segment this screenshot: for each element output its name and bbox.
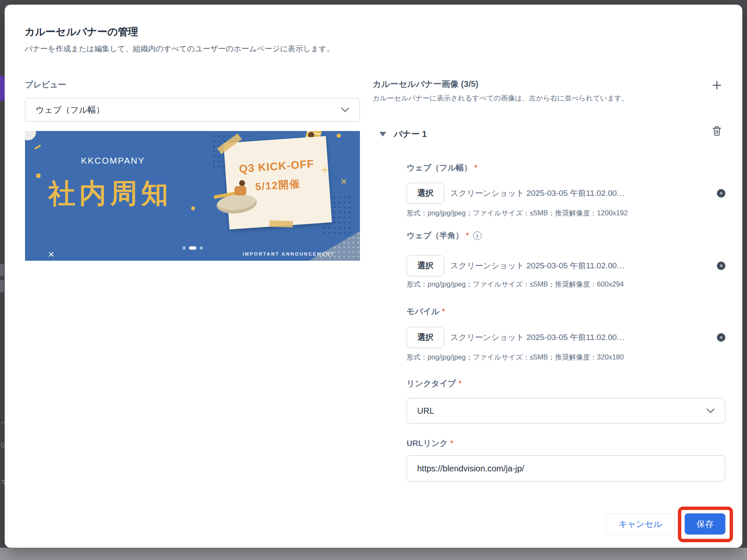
carousel-banner-modal: カルーセルバナーの管理 バナーを作成または編集して、組織内のすべてのユーザーのホ… xyxy=(5,5,742,548)
cancel-button[interactable]: キャンセル xyxy=(606,513,675,535)
carousel-dot[interactable] xyxy=(182,246,186,250)
sidebar-icon xyxy=(0,264,4,276)
field-label-web-half: ウェブ（半角） * xyxy=(407,230,482,241)
select-file-button[interactable]: 選択 xyxy=(407,327,444,348)
select-file-button[interactable]: 選択 xyxy=(407,183,444,204)
banner-group-label: バナー 1 xyxy=(394,128,427,140)
required-asterisk: * xyxy=(442,308,445,315)
sparkle-decoration xyxy=(322,167,328,173)
delete-banner-button[interactable] xyxy=(711,125,723,137)
link-type-select[interactable]: URL xyxy=(407,398,725,423)
banner-headline: 社内周知 xyxy=(48,175,172,212)
panel-title: カルーセルバナー画像 (3/5) xyxy=(373,78,479,90)
banner-caption: IMPORTANT ANNOUNCEMENT xyxy=(242,251,334,256)
chevron-down-icon xyxy=(706,408,715,413)
modal-subtitle: バナーを作成または編集して、組織内のすべてのユーザーのホームページに表示します。 xyxy=(25,44,334,54)
file-hint: 形式：png/jpg/jpeg；ファイルサイズ：≤5MB；推奨解像度：1200x… xyxy=(407,209,628,218)
carousel-dot-active[interactable] xyxy=(189,246,196,250)
file-name: スクリーンショット 2025-03-05 午前11.02.00… xyxy=(450,260,625,271)
link-type-value: URL xyxy=(417,406,434,416)
preview-label: プレビュー xyxy=(25,79,66,90)
file-hint: 形式：png/jpg/jpeg；ファイルサイズ：≤5MB；推奨解像度：320x1… xyxy=(407,353,624,362)
file-name: スクリーンショット 2025-03-05 午前11.02.00… xyxy=(450,188,625,199)
required-asterisk: * xyxy=(474,164,477,172)
sidebar-icon xyxy=(0,280,4,293)
file-row-web-full: 選択 スクリーンショット 2025-03-05 午前11.02.00… xyxy=(407,183,725,204)
field-label-url-link: URLリンク * xyxy=(407,438,453,449)
tape-decoration xyxy=(270,220,293,228)
decoration-dot xyxy=(337,134,341,138)
add-banner-button[interactable] xyxy=(711,79,723,91)
required-asterisk: * xyxy=(450,440,453,447)
collapse-triangle-icon[interactable] xyxy=(379,132,386,137)
chevron-down-icon xyxy=(341,107,349,112)
banner-group-header[interactable]: バナー 1 xyxy=(379,128,427,140)
select-file-button[interactable]: 選択 xyxy=(407,255,444,276)
info-icon[interactable] xyxy=(473,231,482,240)
logo-circle xyxy=(25,131,36,140)
collection-bottom-bar: コレクションが空です。追加 ore」でコンテンツを閲覧してください。 xyxy=(0,548,747,560)
preview-mode-value: ウェブ（フル幅） xyxy=(36,104,104,116)
required-asterisk: * xyxy=(466,232,468,240)
banner-brand-text: KKCOMPANY xyxy=(81,156,145,166)
file-row-web-half: 選択 スクリーンショット 2025-03-05 午前11.02.00… xyxy=(407,255,725,276)
sparkle-decoration xyxy=(47,250,56,259)
field-label-mobile: モバイル * xyxy=(407,306,445,317)
carousel-dots[interactable] xyxy=(25,246,360,250)
sparkle-decoration xyxy=(340,177,348,186)
file-row-mobile: 選択 スクリーンショット 2025-03-05 午前11.02.00… xyxy=(407,327,725,348)
file-hint: 形式：png/jpg/jpeg；ファイルサイズ：≤5MB；推奨解像度：600x2… xyxy=(407,280,624,289)
remove-file-icon[interactable] xyxy=(717,333,725,342)
url-link-input[interactable] xyxy=(407,455,725,482)
remove-file-icon[interactable] xyxy=(717,262,725,270)
modal-title: カルーセルバナーの管理 xyxy=(25,25,138,39)
remove-file-icon[interactable] xyxy=(717,189,725,198)
decoration-dot xyxy=(191,206,195,210)
boy-illustration xyxy=(234,186,246,195)
decoration-dot xyxy=(36,173,41,178)
banner-preview-image: KKCOMPANY 社内周知 Q3 KICK-OFF 5/12開催 IMPO xyxy=(25,131,360,261)
field-label-web-full: ウェブ（フル幅） * xyxy=(407,162,477,173)
panel-subtitle: カルーセルバナーに表示されるすべての画像は、左から右に並べられています。 xyxy=(373,94,629,103)
save-button[interactable]: 保存 xyxy=(685,513,725,535)
decoration xyxy=(34,145,41,149)
preview-mode-select[interactable]: ウェブ（フル幅） xyxy=(25,98,360,122)
note-title: Q3 KICK-OFF xyxy=(225,156,329,177)
boy-illustration xyxy=(239,180,245,186)
file-name: スクリーンショット 2025-03-05 午前11.02.00… xyxy=(450,332,625,343)
field-label-link-type: リンクタイプ * xyxy=(407,378,461,389)
carousel-dot[interactable] xyxy=(200,246,203,250)
required-asterisk: * xyxy=(459,380,461,387)
